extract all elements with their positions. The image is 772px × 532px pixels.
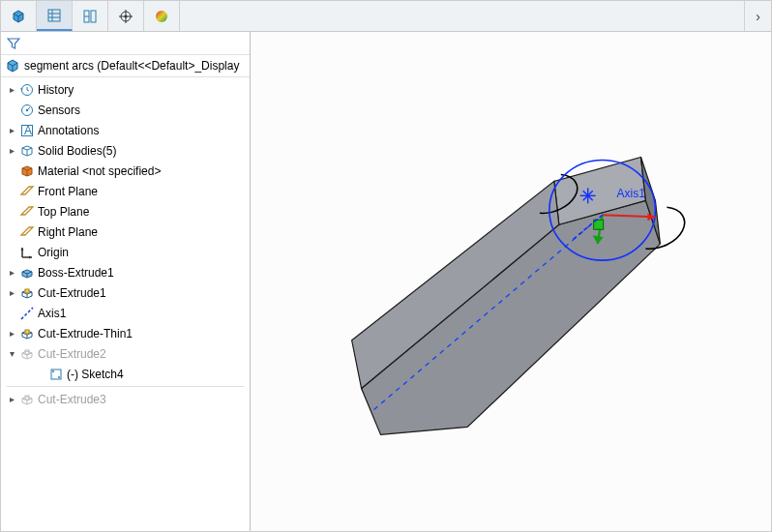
tree-item-top-plane[interactable]: Top Plane <box>1 201 250 222</box>
expander-icon[interactable]: ▸ <box>7 329 16 339</box>
svg-text:A: A <box>24 124 32 137</box>
tree-item-label: Solid Bodies(5) <box>38 144 116 158</box>
configuration-manager-tab[interactable] <box>73 1 108 31</box>
annotations-icon: A <box>19 123 35 138</box>
expander-icon <box>36 369 45 379</box>
sensors-icon <box>19 103 35 118</box>
feature-tree-panel: segment arcs (Default<<Default>_Display … <box>1 32 251 531</box>
svg-point-14 <box>26 108 28 110</box>
3d-viewport[interactable]: Axis1 <box>251 32 771 531</box>
tree-item-front-plane[interactable]: Front Plane <box>1 181 250 201</box>
plane-icon <box>19 224 35 240</box>
boss-extrude-icon <box>19 265 35 281</box>
expander-icon[interactable]: ▸ <box>7 85 16 95</box>
tree-root[interactable]: segment arcs (Default<<Default>_Display <box>1 55 250 77</box>
solid-body <box>352 157 661 434</box>
material-icon <box>19 163 35 179</box>
property-manager-tab[interactable] <box>37 1 73 31</box>
funnel-icon <box>7 37 20 50</box>
expander-icon <box>7 207 16 217</box>
sketch-icon <box>48 367 64 382</box>
svg-rect-0 <box>48 10 60 21</box>
tree-item-solid-bodies-5[interactable]: ▸Solid Bodies(5) <box>1 140 250 161</box>
axis-icon <box>19 306 35 321</box>
svg-rect-19 <box>25 330 29 334</box>
tree-item-label: Cut-Extrude1 <box>38 286 106 300</box>
root-label: segment arcs (Default<<Default>_Display <box>24 59 246 73</box>
expander-icon[interactable]: ▸ <box>7 268 16 278</box>
tree-item-label: Front Plane <box>38 185 98 198</box>
tree-item-label: Cut-Extrude-Thin1 <box>38 327 133 340</box>
tree-item-cut-extrude3[interactable]: ▸Cut-Extrude3 <box>1 389 250 409</box>
cut-extrude-icon <box>19 326 35 341</box>
feature-manager-tab[interactable] <box>1 1 37 31</box>
axis-label: Axis1 <box>617 187 646 200</box>
expander-icon[interactable]: ▸ <box>7 395 16 404</box>
plane-icon <box>19 204 35 220</box>
feature-tree[interactable]: ▸HistorySensors▸AAnnotations▸Solid Bodie… <box>1 77 250 531</box>
tree-item-annotations[interactable]: ▸AAnnotations <box>1 120 250 140</box>
expander-icon <box>7 227 16 237</box>
tree-item-label: Cut-Extrude3 <box>38 393 106 406</box>
tree-item-label: Sensors <box>38 103 80 117</box>
expander-icon[interactable]: ▸ <box>7 288 16 298</box>
cut-extrude-icon <box>19 392 35 407</box>
tree-item-label: Cut-Extrude2 <box>38 347 106 361</box>
tree-item-boss-extrude1[interactable]: ▸Boss-Extrude1 <box>1 262 250 282</box>
origin-icon <box>19 245 35 260</box>
tree-item-sensors[interactable]: Sensors <box>1 100 250 120</box>
part-icon <box>5 58 20 74</box>
tree-item-sketch4[interactable]: (-) Sketch4 <box>1 364 250 384</box>
tree-item-right-plane[interactable]: Right Plane <box>1 222 250 242</box>
expander-icon <box>7 309 16 318</box>
filter-row[interactable] <box>1 32 250 55</box>
svg-point-10 <box>125 15 128 17</box>
tree-item-label: Top Plane <box>38 205 89 219</box>
main-area: segment arcs (Default<<Default>_Display … <box>1 32 771 531</box>
dimxpert-manager-tab[interactable] <box>108 1 144 31</box>
tree-separator <box>7 386 244 387</box>
cut-extrude-icon <box>19 346 35 362</box>
svg-rect-17 <box>25 289 29 293</box>
tree-item-label: (-) Sketch4 <box>67 368 124 381</box>
tree-item-label: Annotations <box>38 124 99 137</box>
tree-item-label: Material <not specified> <box>38 164 161 178</box>
tree-item-origin[interactable]: Origin <box>1 242 250 262</box>
svg-line-18 <box>21 308 33 319</box>
tree-item-cut-extrude1[interactable]: ▸Cut-Extrude1 <box>1 282 250 303</box>
expand-toolbar-button[interactable]: › <box>744 1 771 31</box>
tree-item-axis1[interactable]: Axis1 <box>1 303 250 323</box>
tree-item-cut-extrude-thin1[interactable]: ▸Cut-Extrude-Thin1 <box>1 323 250 343</box>
expander-icon[interactable]: ▸ <box>7 126 16 135</box>
plane-icon <box>19 184 35 199</box>
svg-point-22 <box>52 370 54 372</box>
tree-item-label: Axis1 <box>38 307 66 320</box>
tree-item-cut-extrude2[interactable]: ▾Cut-Extrude2 <box>1 343 250 364</box>
tree-item-label: Right Plane <box>38 225 98 239</box>
cut-extrude-icon <box>19 285 35 301</box>
tree-item-label: Origin <box>38 246 69 259</box>
expander-icon <box>7 105 16 115</box>
expander-icon <box>7 187 16 196</box>
expander-icon <box>7 166 16 176</box>
tree-item-material-not-specified[interactable]: Material <not specified> <box>1 161 250 181</box>
display-manager-tab[interactable] <box>144 1 180 31</box>
solid-bodies-icon <box>19 143 35 159</box>
svg-point-11 <box>156 11 167 22</box>
svg-rect-5 <box>91 11 96 22</box>
svg-point-23 <box>58 376 60 378</box>
expander-icon[interactable]: ▾ <box>7 349 16 359</box>
history-icon <box>19 82 35 98</box>
tree-item-label: Boss-Extrude1 <box>38 266 114 280</box>
tree-item-label: History <box>38 83 74 97</box>
expander-icon[interactable]: ▸ <box>7 146 16 156</box>
tree-item-history[interactable]: ▸History <box>1 79 250 100</box>
model-canvas: Axis1 <box>251 32 771 531</box>
top-toolbar: › <box>1 1 771 32</box>
expander-icon <box>7 248 16 257</box>
